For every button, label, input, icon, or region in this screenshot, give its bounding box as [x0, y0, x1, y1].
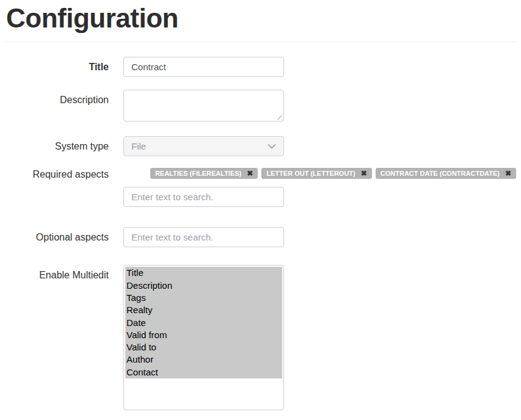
system-type-selected-value: File: [131, 141, 146, 151]
enable-multiedit-control: Title Description Tags Realty Date Valid…: [123, 265, 284, 410]
system-type-control: File: [123, 136, 284, 156]
required-aspects-label: Required aspects: [0, 168, 109, 180]
multiedit-option[interactable]: Description: [125, 280, 282, 292]
required-aspects-control: REALTIES (FILEREALTIES) ✖ LETTER OUT (LE…: [123, 168, 516, 207]
aspect-tag: REALTIES (FILEREALTIES) ✖: [150, 168, 258, 179]
aspect-tag-label: REALTIES (FILEREALTIES): [155, 168, 241, 179]
multiedit-option[interactable]: Author: [125, 353, 282, 366]
aspect-tag-label: LETTER OUT (LETTEROUT): [266, 168, 355, 179]
optional-aspects-label: Optional aspects: [0, 227, 109, 243]
remove-tag-icon[interactable]: ✖: [247, 168, 253, 179]
remove-tag-icon[interactable]: ✖: [505, 168, 511, 179]
multiedit-option[interactable]: Valid from: [125, 329, 282, 341]
required-aspects-tags: REALTIES (FILEREALTIES) ✖ LETTER OUT (LE…: [123, 168, 516, 179]
multiedit-option[interactable]: Realty: [125, 304, 282, 316]
chevron-down-icon: [268, 143, 276, 149]
system-type-label: System type: [0, 136, 109, 152]
divider: [5, 42, 516, 42]
optional-aspects-control: [123, 227, 284, 247]
aspect-tag-label: CONTRACT DATE (CONTRACTDATE): [381, 168, 500, 179]
multiedit-option[interactable]: Contact: [125, 366, 282, 378]
description-row: Description: [0, 90, 521, 121]
required-aspects-search-input[interactable]: [123, 187, 284, 207]
title-label: Title: [0, 57, 109, 73]
page-title: Configuration: [6, 4, 521, 33]
description-control: [123, 90, 284, 121]
optional-aspects-row: Optional aspects: [0, 227, 521, 247]
enable-multiedit-row: Enable Multiedit Title Description Tags …: [0, 265, 521, 410]
title-row: Title: [0, 57, 521, 77]
remove-tag-icon[interactable]: ✖: [361, 168, 367, 179]
required-aspects-row: Required aspects REALTIES (FILEREALTIES)…: [0, 168, 521, 207]
enable-multiedit-label: Enable Multiedit: [0, 265, 109, 281]
description-textarea[interactable]: [123, 90, 284, 121]
optional-aspects-search-input[interactable]: [123, 227, 284, 247]
aspect-tag: CONTRACT DATE (CONTRACTDATE) ✖: [376, 168, 516, 179]
aspect-tag: LETTER OUT (LETTEROUT) ✖: [261, 168, 372, 179]
multiedit-option[interactable]: Title: [125, 267, 282, 279]
title-control: [123, 57, 284, 77]
configuration-page: Configuration Title Description System t…: [0, 4, 521, 410]
configuration-form: Title Description System type File: [0, 57, 521, 410]
system-type-select[interactable]: File: [123, 136, 284, 156]
description-label: Description: [0, 90, 109, 106]
multiedit-option[interactable]: Valid to: [125, 341, 282, 353]
title-input[interactable]: [123, 57, 284, 77]
system-type-row: System type File: [0, 136, 521, 156]
multiedit-option[interactable]: Tags: [125, 292, 282, 304]
multiedit-listbox[interactable]: Title Description Tags Realty Date Valid…: [123, 265, 284, 410]
multiedit-option[interactable]: Date: [125, 317, 282, 329]
description-textarea-wrap: [123, 90, 284, 121]
